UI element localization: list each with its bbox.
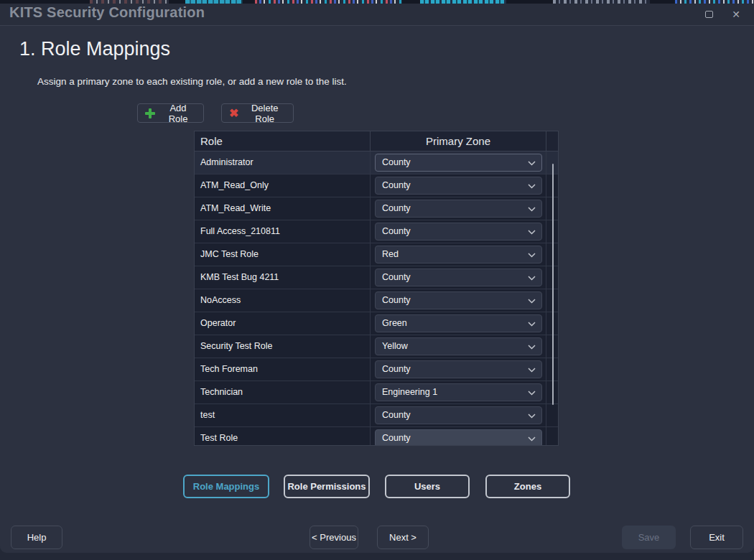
role-cell: Administrator (195, 151, 370, 174)
row-scroll-gutter (546, 404, 558, 426)
primary-zone-dropdown[interactable]: Red (375, 246, 542, 263)
chevron-down-icon (528, 161, 536, 166)
chevron-down-icon (528, 276, 536, 281)
row-scroll-gutter (546, 427, 558, 446)
primary-zone-dropdown[interactable]: Green (375, 314, 542, 332)
zone-cell: County (370, 404, 546, 426)
delete-role-button[interactable]: ✖ Delete Role (221, 103, 294, 123)
zone-cell: County (370, 220, 546, 243)
table-row[interactable]: ATM_Read_Write County (195, 197, 558, 220)
table-row[interactable]: test County (195, 404, 558, 427)
zone-cell: Green (370, 312, 546, 335)
title-bar: KITS Security Configuration ✕ (0, 4, 754, 26)
table-row[interactable]: NoAccess County (195, 289, 558, 312)
table-header-scroll-gutter (546, 131, 558, 151)
tab-role-permissions[interactable]: Role Permissions (284, 475, 370, 498)
column-header-primary-zone: Primary Zone (370, 131, 546, 151)
plus-icon (145, 108, 155, 118)
primary-zone-dropdown[interactable]: Engineering 1 (375, 383, 542, 401)
table-row[interactable]: KMB Test Bug 4211 County (195, 266, 558, 289)
page-subtitle: Assign a primary zone to each existing r… (37, 76, 347, 87)
primary-zone-dropdown[interactable]: County (375, 154, 542, 172)
table-row[interactable]: Test Role County (195, 427, 558, 446)
zone-cell: Yellow (370, 335, 546, 358)
dropdown-selected-value: Yellow (382, 341, 408, 351)
primary-zone-dropdown[interactable]: County (375, 177, 542, 195)
zone-cell: Engineering 1 (370, 381, 546, 403)
primary-zone-dropdown[interactable]: County (375, 360, 542, 378)
table-row[interactable]: Full Access_210811 County (195, 220, 558, 243)
table-row[interactable]: JMC Test Role Red (195, 243, 558, 266)
previous-button[interactable]: < Previous (309, 526, 358, 549)
table-row[interactable]: Technician Engineering 1 (195, 381, 558, 404)
chevron-down-icon (528, 437, 536, 442)
dropdown-selected-value: County (382, 272, 411, 282)
zone-cell: County (370, 358, 546, 381)
role-cell: KMB Test Bug 4211 (195, 266, 370, 289)
table-row[interactable]: Tech Foreman County (195, 358, 558, 381)
dropdown-selected-value: County (382, 226, 411, 236)
role-cell: JMC Test Role (195, 243, 370, 266)
exit-button[interactable]: Exit (690, 526, 743, 549)
table-row[interactable]: Security Test Role Yellow (195, 335, 558, 358)
close-button[interactable]: ✕ (725, 6, 747, 23)
zone-cell: County (370, 289, 546, 312)
zone-cell: Red (370, 243, 546, 266)
primary-zone-dropdown[interactable]: County (375, 406, 542, 424)
role-cell: Tech Foreman (195, 358, 370, 381)
table-row[interactable]: ATM_Read_Only County (195, 174, 558, 197)
red-x-icon: ✖ (229, 108, 238, 119)
add-role-label: Add Role (160, 103, 196, 124)
primary-zone-dropdown[interactable]: County (375, 223, 542, 241)
close-icon: ✕ (732, 9, 740, 19)
zone-cell: County (370, 151, 546, 174)
zone-cell: County (370, 266, 546, 289)
primary-zone-dropdown[interactable]: County (375, 269, 542, 286)
role-cell: ATM_Read_Write (195, 197, 370, 220)
window-title: KITS Security Configuration (9, 4, 205, 21)
vertical-scrollbar-thumb[interactable] (552, 164, 554, 405)
dropdown-selected-value: County (382, 203, 411, 213)
zone-cell: County (370, 427, 546, 446)
chevron-down-icon (528, 253, 536, 258)
role-cell: NoAccess (195, 289, 370, 312)
primary-zone-dropdown[interactable]: County (375, 291, 542, 309)
role-cell: test (195, 404, 370, 426)
table-row[interactable]: Operator Green (195, 312, 558, 335)
dropdown-selected-value: County (382, 157, 411, 167)
dropdown-selected-value: County (382, 410, 411, 420)
add-role-button[interactable]: Add Role (137, 103, 204, 123)
help-button[interactable]: Help (11, 526, 62, 549)
maximize-button[interactable] (698, 6, 720, 23)
chevron-down-icon (528, 207, 536, 212)
chevron-down-icon (528, 299, 536, 304)
table-header: Role Primary Zone (195, 131, 558, 151)
role-cell: Full Access_210811 (195, 220, 370, 243)
dropdown-selected-value: County (382, 295, 411, 305)
chevron-down-icon (528, 184, 536, 189)
table-body: Administrator County ATM_Read_Only (195, 151, 558, 446)
column-header-role: Role (195, 131, 370, 151)
primary-zone-dropdown[interactable]: County (375, 200, 542, 218)
chevron-down-icon (528, 414, 536, 419)
tab-role-mappings[interactable]: Role Mappings (183, 475, 269, 498)
dropdown-selected-value: Engineering 1 (382, 387, 437, 397)
dropdown-selected-value: County (382, 180, 411, 190)
next-button[interactable]: Next > (377, 526, 429, 549)
tab-users[interactable]: Users (385, 475, 470, 498)
chevron-down-icon (528, 368, 536, 373)
table-row[interactable]: Administrator County (195, 151, 558, 174)
delete-role-label: Delete Role (243, 103, 286, 124)
maximize-icon (705, 11, 713, 18)
primary-zone-dropdown[interactable]: County (375, 429, 542, 446)
chevron-down-icon (528, 230, 536, 235)
role-cell: ATM_Read_Only (195, 174, 370, 197)
save-button[interactable]: Save (622, 526, 676, 549)
page-title: 1. Role Mappings (19, 38, 170, 60)
tab-zones[interactable]: Zones (485, 475, 570, 498)
role-cell: Security Test Role (195, 335, 370, 358)
chevron-down-icon (528, 322, 536, 327)
chevron-down-icon (528, 345, 536, 350)
role-cell: Technician (195, 381, 370, 403)
primary-zone-dropdown[interactable]: Yellow (375, 337, 542, 355)
